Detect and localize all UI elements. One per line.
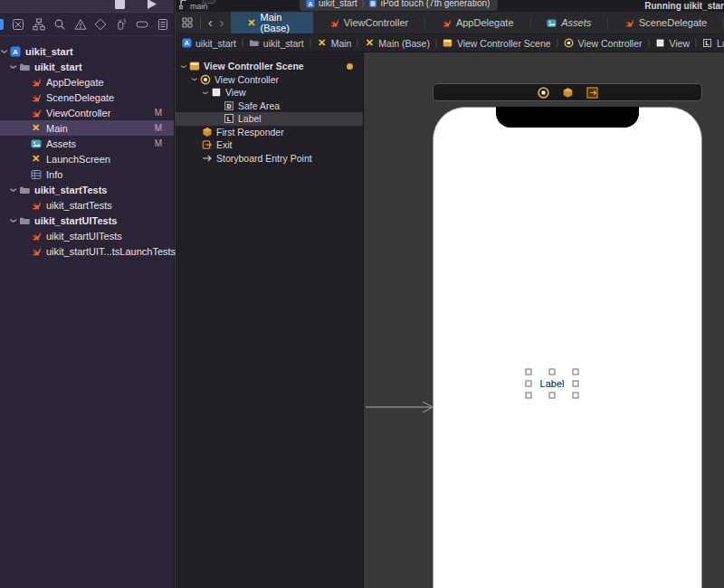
- symbol-hierarchy-icon[interactable]: [33, 18, 45, 31]
- outline-label: Storyboard Entry Point: [216, 153, 312, 164]
- svg-text:A: A: [13, 48, 18, 56]
- disclosure-chevron-icon[interactable]: ❯: [10, 185, 17, 194]
- breadcrumb-uikit-start[interactable]: Auikit_start: [181, 38, 236, 49]
- vc-icon: [563, 38, 574, 49]
- reports-icon[interactable]: [157, 18, 169, 31]
- disclosure-chevron-icon[interactable]: ❯: [10, 216, 17, 225]
- file-name: SceneDelegate: [46, 92, 114, 103]
- stop-button[interactable]: [114, 0, 126, 10]
- issues-icon[interactable]: [74, 18, 87, 31]
- device-icon: [368, 0, 377, 8]
- file-name: uikit_startUIT...tsLaunchTests: [46, 246, 176, 257]
- outline-row-storyboard-entry-point[interactable]: Storyboard Entry Point: [176, 152, 363, 166]
- scene-icon: [443, 38, 453, 49]
- breadcrumb-uikit-start[interactable]: uikit_start: [249, 38, 304, 49]
- breadcrumb-main-base[interactable]: ✕Main (Base): [364, 38, 430, 49]
- find-icon[interactable]: [53, 18, 66, 31]
- file-row-uikit-startuitests[interactable]: uikit_startUITests: [0, 228, 174, 243]
- dock-exit-icon[interactable]: [586, 87, 598, 99]
- safearea-icon: D: [223, 100, 234, 111]
- breadcrumb-label[interactable]: LLabel: [702, 38, 724, 49]
- breadcrumb-main[interactable]: ✕Main: [317, 38, 352, 49]
- disclosure-chevron-icon[interactable]: ❯: [203, 88, 209, 97]
- file-name: Main: [46, 123, 68, 134]
- resize-handle[interactable]: [549, 369, 556, 375]
- resize-handle[interactable]: [573, 369, 579, 375]
- assets-icon: [30, 138, 42, 149]
- selected-label-element[interactable]: Label: [529, 372, 576, 395]
- swift-icon: [30, 230, 42, 242]
- project-navigator-icon[interactable]: [0, 19, 4, 30]
- plist-icon: [30, 168, 42, 180]
- file-row-assets[interactable]: AssetsM: [0, 136, 174, 151]
- file-row-appdelegate[interactable]: AppDelegate: [0, 74, 174, 90]
- file-row-info[interactable]: Info: [0, 166, 174, 182]
- file-row-uikit-starttests[interactable]: ❯uikit_startTests: [0, 182, 174, 197]
- source-control-icon[interactable]: [12, 18, 24, 31]
- disclosure-chevron-icon[interactable]: ❯: [181, 62, 187, 71]
- outline-row-view-controller[interactable]: ❯View Controller: [176, 73, 363, 87]
- dock-first-responder-icon[interactable]: [562, 87, 574, 99]
- grid-overview-icon[interactable]: [182, 17, 193, 28]
- disclosure-chevron-icon[interactable]: ❯: [10, 62, 17, 71]
- storyboard-canvas[interactable]: Label: [364, 52, 724, 588]
- file-row-main[interactable]: ✕MainM: [0, 120, 174, 136]
- breadcrumb-label: uikit_start: [263, 38, 304, 49]
- outline-row-safe-area[interactable]: DSafe Area: [176, 100, 363, 113]
- resize-handle[interactable]: [573, 381, 579, 387]
- breadcrumb: Auikit_start⟩uikit_start⟩✕Main⟩✕Main (Ba…: [176, 34, 724, 52]
- go-forward-icon[interactable]: ›: [220, 16, 224, 29]
- breadcrumb-view[interactable]: View: [654, 38, 690, 49]
- file-row-uikit-startuit-tslaunchtests[interactable]: uikit_startUIT...tsLaunchTests: [0, 243, 174, 259]
- folder-icon: [249, 38, 260, 49]
- tab-appdelegate[interactable]: AppDelegate: [425, 12, 530, 33]
- file-row-uikit-starttests[interactable]: uikit_startTests: [0, 197, 174, 213]
- resize-handle[interactable]: [573, 393, 579, 399]
- navigator-tab-icons: [0, 13, 174, 36]
- disclosure-chevron-icon[interactable]: ❯: [192, 75, 198, 84]
- tab-scenedelegate[interactable]: SceneDelegate: [608, 12, 723, 33]
- responder-icon: [201, 126, 213, 138]
- play-button[interactable]: [146, 0, 157, 10]
- tests-icon[interactable]: [94, 18, 107, 31]
- outline-label: Label: [238, 113, 262, 124]
- scheme-selector[interactable]: A uikit_start ⟩ iPod touch (7th generati…: [300, 0, 498, 11]
- toolbar-divider: [200, 16, 201, 29]
- swift-icon: [329, 18, 339, 28]
- resize-handle[interactable]: [526, 393, 532, 399]
- app-icon: A: [9, 45, 21, 57]
- resize-handle[interactable]: [549, 393, 556, 399]
- outline-row-view-controller-scene[interactable]: ❯View Controller Scene: [176, 60, 363, 73]
- chevron-separator: ⟩: [310, 38, 311, 48]
- outline-row-first-responder[interactable]: First Responder: [176, 126, 363, 139]
- file-row-uikit-startuitests[interactable]: ❯uikit_startUITests: [0, 213, 174, 228]
- outline-row-exit[interactable]: Exit: [176, 138, 363, 152]
- chevron-separator: ⟩: [362, 0, 364, 8]
- outline-row-label[interactable]: LLabel: [176, 112, 363, 126]
- storyboard-entry-arrow[interactable]: [366, 400, 434, 414]
- file-row-launchscreen[interactable]: ✕LaunchScreen: [0, 151, 174, 166]
- tab-assets[interactable]: Assets: [530, 12, 607, 33]
- chevron-separator: ⟩: [647, 38, 649, 48]
- disclosure-chevron-icon[interactable]: ❯: [1, 47, 8, 56]
- device-preview[interactable]: [433, 107, 702, 588]
- file-row-uikit-start[interactable]: ❯uikit_start: [0, 59, 174, 74]
- file-row-scenedelegate[interactable]: SceneDelegate: [0, 90, 174, 105]
- tab-main-base[interactable]: ✕Main (Base): [231, 12, 313, 33]
- breadcrumb-view-controller-scene[interactable]: View Controller Scene: [443, 38, 551, 49]
- breadcrumb-view-controller[interactable]: View Controller: [563, 38, 642, 49]
- debug-icon[interactable]: [115, 18, 128, 31]
- dock-view-controller-icon[interactable]: [538, 87, 549, 99]
- file-row-viewcontroller[interactable]: ViewControllerM: [0, 105, 174, 120]
- tab-label: AppDelegate: [456, 17, 514, 28]
- go-back-icon[interactable]: ‹: [208, 16, 213, 29]
- file-row-uikit-start[interactable]: ❯Auikit_start: [0, 43, 174, 59]
- resize-handle[interactable]: [526, 369, 532, 375]
- breakpoints-icon[interactable]: [136, 18, 148, 31]
- file-name: uikit_startTests: [34, 185, 108, 195]
- tab-viewcontroller[interactable]: ViewController: [313, 12, 424, 33]
- outline-row-view[interactable]: ❯View: [176, 86, 363, 100]
- editor-options-icon[interactable]: [203, 0, 215, 4]
- resize-handle[interactable]: [526, 381, 532, 387]
- storyboard-icon: ✕: [30, 153, 42, 165]
